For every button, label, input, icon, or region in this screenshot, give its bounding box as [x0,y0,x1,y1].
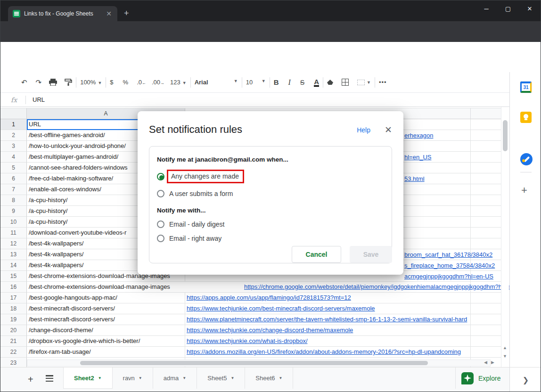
formula-input[interactable]: URL [33,96,45,103]
decrease-decimals-button[interactable]: .0← [137,79,146,86]
cell-b[interactable]: https://apps.apple.com/us/app/flamingo/i… [185,293,471,303]
help-link[interactable]: Help [357,126,370,134]
row-header[interactable]: 4 [0,152,27,163]
zoom-select[interactable]: 100%▼ [80,79,102,86]
row-header[interactable]: 12 [0,238,27,249]
vertical-scrollbar[interactable]: ▲ ▼ [501,107,509,367]
merge-caret-icon[interactable]: ▼ [367,80,371,85]
cell-a[interactable]: /firefox-ram-tab-usage/ [27,347,185,358]
font-size-select[interactable]: 10▼ [246,79,266,86]
cell-a[interactable]: /change-discord-theme/ [27,325,185,336]
cell-c[interactable] [471,141,501,152]
radio-form-submit-icon[interactable] [157,190,164,197]
scroll-left-icon[interactable]: ◀ [484,360,487,365]
text-color-button[interactable]: A [314,78,319,87]
cell-c[interactable] [471,173,501,184]
print-icon[interactable] [49,79,57,86]
cell-c[interactable] [471,195,501,206]
cell-c[interactable] [471,293,501,303]
row-header[interactable]: 17 [0,293,27,303]
radio-row-right-away[interactable]: Email - right away [157,235,384,242]
new-tab-button[interactable]: + [124,9,129,17]
cell-c[interactable] [471,238,501,249]
cell-c[interactable] [471,228,501,238]
borders-icon[interactable] [342,79,349,86]
cell-b[interactable]: https://www.planetminecraft.com/server/t… [185,314,471,325]
redo-icon[interactable]: ↷ [36,78,42,87]
sheet-tab-sheet5[interactable]: Sheet5▼ [197,368,245,389]
cell-b-link[interactable]: https://www.planetminecraft.com/server/t… [187,316,467,323]
add-addon-button[interactable]: + [521,184,527,196]
cell-c[interactable] [471,217,501,228]
row-header[interactable]: 14 [0,260,27,271]
cell-a[interactable]: /best-minecraft-discord-servers/ [27,314,185,325]
cell-c[interactable] [471,130,501,141]
maximize-button[interactable]: ▢ [497,0,519,16]
horizontal-scrollbar[interactable] [27,359,491,367]
link-fragment[interactable]: acmgegjnppjkgogdhm?hl=en-US [404,271,493,282]
increase-decimals-button[interactable]: .00→ [152,79,164,86]
sheet-tab-adma[interactable]: adma▼ [153,368,197,389]
undo-icon[interactable]: ↶ [21,78,27,87]
number-format-select[interactable]: 123▼ [170,79,187,86]
sheet-tab-sheet6[interactable]: Sheet6▼ [245,368,293,389]
tab-close-icon[interactable]: ✕ [104,10,114,17]
cell-c[interactable] [471,336,501,347]
show-side-panel-button[interactable]: ❯ [509,367,541,392]
close-button[interactable]: ✕ [519,0,541,16]
row-header[interactable]: 6 [0,173,27,184]
link-fragment[interactable]: broom_scarf_hat_36178/3840x2 [404,249,492,260]
select-all-corner[interactable] [0,108,27,119]
cell-c[interactable] [471,163,501,173]
radio-any-changes-icon[interactable] [157,173,164,180]
row-header[interactable]: 21 [0,336,27,347]
scroll-right-icon[interactable]: ▶ [491,360,494,365]
scroll-up-icon[interactable]: ▲ [503,345,507,350]
dialog-close-icon[interactable]: ✕ [385,124,392,135]
strikethrough-button[interactable]: S [300,79,304,86]
radio-row-daily-digest[interactable]: Email - daily digest [157,220,384,228]
cell-b-link[interactable]: https://www.techjunkie.com/best-minecraf… [187,305,375,312]
keep-icon[interactable] [520,112,532,123]
cell-b[interactable]: https://chrome.google.com/webstore/detai… [185,282,471,293]
row-header[interactable]: 3 [0,141,27,152]
row-header[interactable]: 11 [0,228,27,238]
row-header[interactable]: 15 [0,271,27,282]
cell-c[interactable] [471,119,501,130]
cell-b-link[interactable]: https://www.techjunkie.com/change-discor… [187,327,353,334]
row-header[interactable]: 18 [0,303,27,314]
cell-b[interactable]: https://addons.mozilla.org/en-US/firefox… [185,347,471,358]
row-header[interactable]: 7 [0,184,27,195]
cell-b[interactable]: https://www.techjunkie.com/what-is-dropb… [185,336,471,347]
cell-c[interactable] [471,152,501,163]
cell-c[interactable] [471,314,501,325]
tasks-icon[interactable] [520,153,533,165]
row-header[interactable]: 13 [0,249,27,260]
format-currency-button[interactable]: $ [110,79,113,86]
cell-b-link[interactable]: https://apps.apple.com/us/app/flamingo/i… [187,294,351,301]
cell-c[interactable] [471,184,501,195]
cancel-button[interactable]: Cancel [292,246,341,263]
cell-a[interactable]: /best-chrome-extensions-download-manage-… [27,282,185,293]
row-header[interactable]: 16 [0,282,27,293]
save-button[interactable]: Save [350,246,392,263]
cell-b-link[interactable]: https://www.techjunkie.com/what-is-dropb… [187,337,308,344]
cell-c[interactable] [471,303,501,314]
add-sheet-button[interactable]: + [28,374,33,385]
format-percent-button[interactable]: % [123,79,129,86]
cell-b-link[interactable]: https://chrome.google.com/webstore/detai… [244,283,509,290]
row-header[interactable]: 22 [0,347,27,358]
cell-c[interactable] [471,206,501,217]
paint-format-icon[interactable] [65,79,72,86]
row-header[interactable]: 19 [0,314,27,325]
radio-right-away-icon[interactable] [157,235,164,242]
cell-a[interactable]: /best-minecraft-discord-servers/ [27,303,185,314]
merge-cells-icon[interactable] [357,80,365,85]
link-fragment[interactable]: erhexagon [404,130,433,141]
radio-daily-digest-icon[interactable] [157,220,164,228]
scroll-down-icon[interactable]: ▼ [503,354,507,359]
radio-row-any-changes[interactable]: Any changes are made [157,170,384,183]
row-header[interactable]: 20 [0,325,27,336]
row-header[interactable]: 9 [0,206,27,217]
link-fragment[interactable]: 53.html [404,173,425,184]
